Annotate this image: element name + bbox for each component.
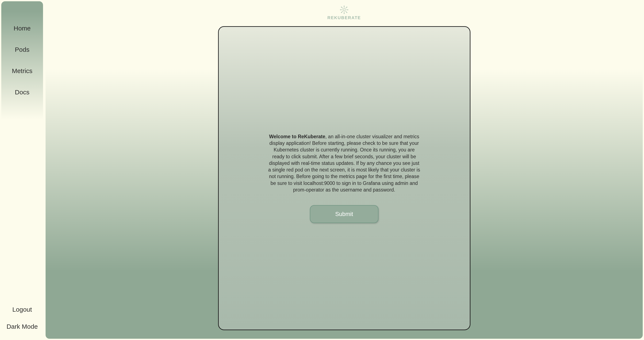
brand-name: REKUBERATE — [327, 15, 361, 20]
sidebar-item-metrics[interactable]: Metrics — [12, 67, 32, 74]
welcome-text: Welcome to ReKuberate, an all-in-one clu… — [268, 133, 421, 193]
svg-point-1 — [343, 9, 345, 11]
gear-virus-icon — [340, 5, 349, 14]
main-area: REKUBERATE Welcome to ReKuberate, an all… — [46, 1, 643, 339]
sidebar-item-docs[interactable]: Docs — [15, 88, 30, 96]
sidebar-top-group: Home Pods Metrics Docs — [12, 25, 32, 306]
sidebar-item-darkmode[interactable]: Dark Mode — [6, 323, 38, 330]
svg-line-10 — [342, 7, 343, 8]
welcome-card: Welcome to ReKuberate, an all-in-one clu… — [218, 26, 470, 330]
svg-point-5 — [344, 13, 344, 14]
svg-point-13 — [346, 12, 347, 13]
svg-line-12 — [346, 11, 347, 12]
svg-point-11 — [341, 6, 342, 8]
svg-point-7 — [340, 9, 341, 10]
svg-line-14 — [342, 11, 343, 12]
svg-point-3 — [344, 6, 344, 6]
svg-line-16 — [346, 7, 347, 8]
sidebar-bottom-group: Logout Dark Mode — [6, 306, 38, 330]
sidebar-item-pods[interactable]: Pods — [15, 46, 30, 53]
svg-point-15 — [341, 12, 342, 13]
welcome-body: , an all-in-one cluster visualizer and m… — [268, 134, 420, 192]
welcome-title: Welcome to ReKuberate — [269, 134, 325, 139]
sidebar: Home Pods Metrics Docs Logout Dark Mode — [1, 1, 43, 339]
brand-logo: REKUBERATE — [327, 5, 361, 20]
svg-point-17 — [346, 6, 347, 8]
sidebar-item-home[interactable]: Home — [14, 25, 31, 32]
submit-button[interactable]: Submit — [310, 205, 378, 223]
app-root: Home Pods Metrics Docs Logout Dark Mode — [0, 0, 644, 340]
svg-point-9 — [347, 9, 348, 10]
sidebar-item-logout[interactable]: Logout — [12, 306, 32, 313]
